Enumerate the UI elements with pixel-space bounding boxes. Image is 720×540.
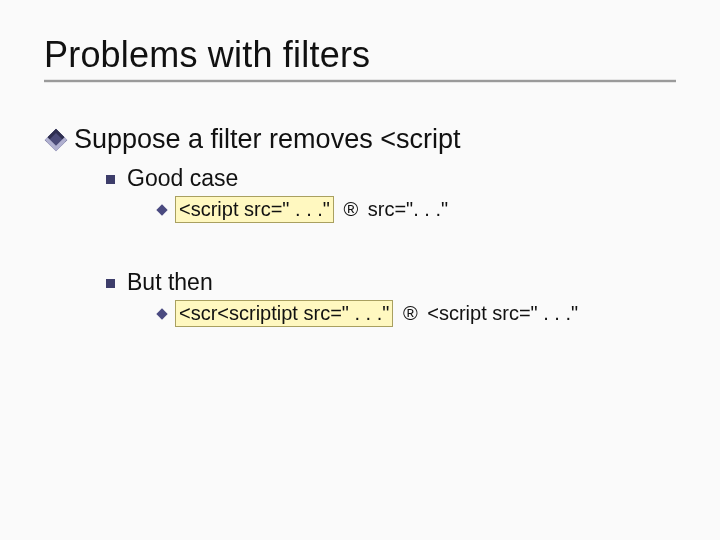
bullet-level1: Suppose a filter removes <script <box>48 124 676 155</box>
bullet-level1-text: Suppose a filter removes <script <box>74 124 460 155</box>
butthen-highlight: <scr<scriptipt src=" . . ." <box>175 300 393 327</box>
butthen-label: But then <box>127 269 213 296</box>
arrow-icon: ® <box>393 302 427 324</box>
bullet-level3-goodcase-item: <script src=" . . ." ® src=". . ." <box>158 196 676 223</box>
butthen-after: <script src=" . . ." <box>427 302 578 324</box>
title-underline <box>44 80 676 82</box>
goodcase-highlight: <script src=" . . ." <box>175 196 334 223</box>
goodcase-after: src=". . ." <box>368 198 448 220</box>
diamond-small-icon <box>156 308 167 319</box>
square-icon <box>106 175 115 184</box>
slide-title: Problems with filters <box>44 34 676 76</box>
arrow-icon: ® <box>334 198 368 220</box>
square-icon <box>106 279 115 288</box>
goodcase-content: <script src=" . . ." ® src=". . ." <box>175 196 448 223</box>
diamond-icon <box>45 128 68 151</box>
bullet-level2-goodcase: Good case <box>106 165 676 192</box>
bullet-level3-butthen-item: <scr<scriptipt src=" . . ." ® <script sr… <box>158 300 676 327</box>
goodcase-label: Good case <box>127 165 238 192</box>
bullet-level2-butthen: But then <box>106 269 676 296</box>
slide: Problems with filters Suppose a filter r… <box>0 0 720 540</box>
butthen-content: <scr<scriptipt src=" . . ." ® <script sr… <box>175 300 578 327</box>
diamond-small-icon <box>156 204 167 215</box>
